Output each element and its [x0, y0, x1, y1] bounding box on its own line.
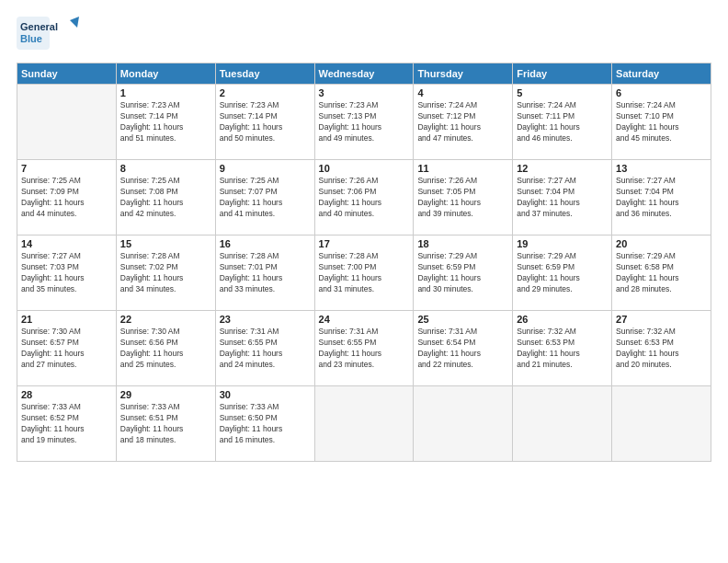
- calendar-header-wednesday: Wednesday: [314, 63, 414, 85]
- calendar-cell: 20Sunrise: 7:29 AM Sunset: 6:58 PM Dayli…: [612, 236, 711, 311]
- day-number: 22: [120, 314, 211, 325]
- logo: General Blue: [17, 17, 90, 55]
- calendar-cell: 27Sunrise: 7:32 AM Sunset: 6:53 PM Dayli…: [612, 311, 711, 386]
- day-number: 17: [319, 238, 410, 249]
- calendar-cell: [612, 386, 711, 462]
- calendar-cell: [17, 85, 117, 160]
- calendar-cell: 18Sunrise: 7:29 AM Sunset: 6:59 PM Dayli…: [414, 236, 513, 311]
- day-info: Sunrise: 7:32 AM Sunset: 6:53 PM Dayligh…: [616, 327, 707, 371]
- calendar-header-tuesday: Tuesday: [215, 63, 314, 85]
- calendar-cell: 11Sunrise: 7:26 AM Sunset: 7:05 PM Dayli…: [414, 160, 513, 236]
- calendar-header-saturday: Saturday: [612, 63, 711, 85]
- day-info: Sunrise: 7:31 AM Sunset: 6:55 PM Dayligh…: [319, 327, 410, 371]
- calendar-cell: 13Sunrise: 7:27 AM Sunset: 7:04 PM Dayli…: [612, 160, 711, 236]
- day-info: Sunrise: 7:30 AM Sunset: 6:56 PM Dayligh…: [120, 327, 211, 371]
- calendar-cell: 1Sunrise: 7:23 AM Sunset: 7:14 PM Daylig…: [116, 85, 215, 160]
- day-number: 9: [220, 163, 311, 174]
- day-info: Sunrise: 7:29 AM Sunset: 6:59 PM Dayligh…: [517, 251, 608, 295]
- calendar-cell: 15Sunrise: 7:28 AM Sunset: 7:02 PM Dayli…: [116, 236, 215, 311]
- day-info: Sunrise: 7:29 AM Sunset: 6:59 PM Dayligh…: [417, 251, 508, 295]
- day-number: 20: [616, 238, 707, 249]
- calendar-cell: [314, 386, 414, 462]
- calendar-cell: 2Sunrise: 7:23 AM Sunset: 7:14 PM Daylig…: [215, 85, 314, 160]
- calendar-cell: 5Sunrise: 7:24 AM Sunset: 7:11 PM Daylig…: [513, 85, 612, 160]
- day-number: 12: [517, 163, 608, 174]
- day-info: Sunrise: 7:27 AM Sunset: 7:04 PM Dayligh…: [517, 176, 608, 220]
- day-info: Sunrise: 7:24 AM Sunset: 7:12 PM Dayligh…: [417, 100, 508, 144]
- calendar-table: SundayMondayTuesdayWednesdayThursdayFrid…: [17, 63, 711, 462]
- day-number: 2: [220, 87, 311, 98]
- day-number: 11: [417, 163, 508, 174]
- day-number: 16: [220, 238, 311, 249]
- calendar-week-5: 28Sunrise: 7:33 AM Sunset: 6:52 PM Dayli…: [17, 386, 711, 462]
- calendar-cell: 9Sunrise: 7:25 AM Sunset: 7:07 PM Daylig…: [215, 160, 314, 236]
- day-info: Sunrise: 7:25 AM Sunset: 7:09 PM Dayligh…: [21, 176, 112, 220]
- day-number: 26: [517, 314, 608, 325]
- day-number: 13: [616, 163, 707, 174]
- day-info: Sunrise: 7:33 AM Sunset: 6:52 PM Dayligh…: [21, 402, 112, 446]
- day-number: 18: [417, 238, 508, 249]
- calendar-cell: [513, 386, 612, 462]
- calendar-header-friday: Friday: [513, 63, 612, 85]
- day-info: Sunrise: 7:27 AM Sunset: 7:03 PM Dayligh…: [21, 251, 112, 295]
- day-info: Sunrise: 7:23 AM Sunset: 7:14 PM Dayligh…: [120, 100, 211, 144]
- calendar-cell: [414, 386, 513, 462]
- calendar-header-monday: Monday: [116, 63, 215, 85]
- day-number: 14: [21, 238, 112, 249]
- day-info: Sunrise: 7:28 AM Sunset: 7:02 PM Dayligh…: [120, 251, 211, 295]
- calendar-cell: 22Sunrise: 7:30 AM Sunset: 6:56 PM Dayli…: [116, 311, 215, 386]
- calendar-week-1: 1Sunrise: 7:23 AM Sunset: 7:14 PM Daylig…: [17, 85, 711, 160]
- day-number: 27: [616, 314, 707, 325]
- day-info: Sunrise: 7:33 AM Sunset: 6:50 PM Dayligh…: [220, 402, 311, 446]
- day-number: 30: [220, 389, 311, 400]
- day-number: 25: [417, 314, 508, 325]
- calendar-week-4: 21Sunrise: 7:30 AM Sunset: 6:57 PM Dayli…: [17, 311, 711, 386]
- calendar-header-thursday: Thursday: [414, 63, 513, 85]
- day-number: 8: [120, 163, 211, 174]
- day-info: Sunrise: 7:33 AM Sunset: 6:51 PM Dayligh…: [120, 402, 211, 446]
- day-info: Sunrise: 7:25 AM Sunset: 7:08 PM Dayligh…: [120, 176, 211, 220]
- day-info: Sunrise: 7:30 AM Sunset: 6:57 PM Dayligh…: [21, 327, 112, 371]
- page-header: General Blue: [17, 17, 711, 55]
- day-info: Sunrise: 7:31 AM Sunset: 6:55 PM Dayligh…: [220, 327, 311, 371]
- day-number: 21: [21, 314, 112, 325]
- svg-text:General: General: [20, 21, 58, 32]
- calendar-cell: 6Sunrise: 7:24 AM Sunset: 7:10 PM Daylig…: [612, 85, 711, 160]
- svg-text:Blue: Blue: [20, 33, 42, 44]
- calendar-cell: 4Sunrise: 7:24 AM Sunset: 7:12 PM Daylig…: [414, 85, 513, 160]
- day-number: 5: [517, 87, 608, 98]
- calendar-cell: 10Sunrise: 7:26 AM Sunset: 7:06 PM Dayli…: [314, 160, 414, 236]
- calendar-cell: 19Sunrise: 7:29 AM Sunset: 6:59 PM Dayli…: [513, 236, 612, 311]
- day-info: Sunrise: 7:23 AM Sunset: 7:14 PM Dayligh…: [220, 100, 311, 144]
- day-number: 1: [120, 87, 211, 98]
- day-info: Sunrise: 7:24 AM Sunset: 7:10 PM Dayligh…: [616, 100, 707, 144]
- day-info: Sunrise: 7:25 AM Sunset: 7:07 PM Dayligh…: [220, 176, 311, 220]
- day-number: 4: [417, 87, 508, 98]
- day-number: 15: [120, 238, 211, 249]
- day-number: 6: [616, 87, 707, 98]
- day-info: Sunrise: 7:29 AM Sunset: 6:58 PM Dayligh…: [616, 251, 707, 295]
- svg-marker-3: [70, 17, 79, 28]
- day-info: Sunrise: 7:23 AM Sunset: 7:13 PM Dayligh…: [319, 100, 410, 144]
- calendar-cell: 26Sunrise: 7:32 AM Sunset: 6:53 PM Dayli…: [513, 311, 612, 386]
- day-number: 24: [319, 314, 410, 325]
- day-info: Sunrise: 7:28 AM Sunset: 7:01 PM Dayligh…: [220, 251, 311, 295]
- day-number: 29: [120, 389, 211, 400]
- day-info: Sunrise: 7:27 AM Sunset: 7:04 PM Dayligh…: [616, 176, 707, 220]
- calendar-cell: 29Sunrise: 7:33 AM Sunset: 6:51 PM Dayli…: [116, 386, 215, 462]
- day-info: Sunrise: 7:32 AM Sunset: 6:53 PM Dayligh…: [517, 327, 608, 371]
- day-info: Sunrise: 7:31 AM Sunset: 6:54 PM Dayligh…: [417, 327, 508, 371]
- calendar-cell: 23Sunrise: 7:31 AM Sunset: 6:55 PM Dayli…: [215, 311, 314, 386]
- day-number: 19: [517, 238, 608, 249]
- calendar-cell: 16Sunrise: 7:28 AM Sunset: 7:01 PM Dayli…: [215, 236, 314, 311]
- day-number: 28: [21, 389, 112, 400]
- calendar-cell: 24Sunrise: 7:31 AM Sunset: 6:55 PM Dayli…: [314, 311, 414, 386]
- calendar-cell: 7Sunrise: 7:25 AM Sunset: 7:09 PM Daylig…: [17, 160, 117, 236]
- calendar-cell: 14Sunrise: 7:27 AM Sunset: 7:03 PM Dayli…: [17, 236, 117, 311]
- day-info: Sunrise: 7:24 AM Sunset: 7:11 PM Dayligh…: [517, 100, 608, 144]
- day-number: 7: [21, 163, 112, 174]
- day-number: 23: [220, 314, 311, 325]
- calendar-cell: 30Sunrise: 7:33 AM Sunset: 6:50 PM Dayli…: [215, 386, 314, 462]
- calendar-cell: 12Sunrise: 7:27 AM Sunset: 7:04 PM Dayli…: [513, 160, 612, 236]
- day-info: Sunrise: 7:28 AM Sunset: 7:00 PM Dayligh…: [319, 251, 410, 295]
